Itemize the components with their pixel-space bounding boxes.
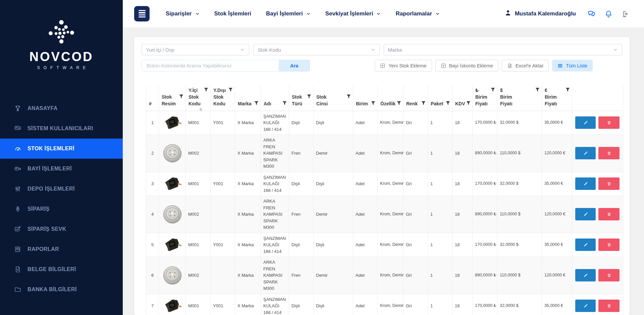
cell-actions [572, 172, 623, 196]
notifications-button[interactable] [604, 10, 613, 18]
nav-item-stok-islemleri[interactable]: Stok İşlemleri [214, 10, 252, 17]
cell-num: 1 [146, 111, 159, 135]
nav-item-sevkiyat-islemleri[interactable]: Sevkiyat İşlemleri [325, 10, 381, 17]
search-input[interactable] [142, 60, 279, 71]
trash-icon [607, 273, 611, 278]
cell-actions [572, 257, 623, 294]
user-menu[interactable]: Mustafa Kalemdaroğlu [504, 9, 576, 18]
novcod-logo-icon [47, 19, 75, 48]
nav-item-raporlamalar[interactable]: Raporlamalar [395, 10, 440, 17]
hamburger-menu-button[interactable] [134, 6, 150, 21]
select-yurt-ici-disi[interactable]: Yurt İçi / Dışı [142, 44, 249, 55]
sidebar-item-depo-islemleri[interactable]: DEPO İŞLEMLERİ [0, 179, 123, 199]
pencil-icon [583, 212, 588, 217]
cell-num: 2 [146, 135, 159, 172]
sidebar-item-banka-bilgileri[interactable]: BANKA BİLGİLERİ [0, 279, 123, 300]
funnel-icon[interactable] [282, 101, 287, 105]
chart-up-icon [14, 225, 21, 233]
funnel-icon[interactable] [179, 94, 183, 99]
cell-price_try: 170,0000 ₺ [473, 172, 497, 196]
delete-button[interactable] [598, 239, 620, 251]
delete-button[interactable] [598, 208, 620, 220]
cell-unit: Adet [353, 196, 378, 233]
chevron-down-icon [195, 12, 200, 16]
action-button-excel-e-aktar[interactable]: Excel'e Aktar [502, 60, 549, 71]
cell-price_try: 890,0000 ₺ [473, 135, 497, 172]
cell-foreign_code [211, 257, 235, 294]
delete-button[interactable] [598, 147, 620, 159]
cell-unit: Adet [353, 111, 378, 135]
cell-color: Gri [404, 135, 428, 172]
sidebar-item-siparis[interactable]: SİPARİŞ [0, 199, 123, 219]
action-button-yeni-stok-ekleme[interactable]: Yeni Stok Ekleme [375, 60, 432, 71]
select-stok-kodu[interactable]: Stok Kodu [253, 44, 379, 55]
sidebar-item-stok-islemleri[interactable]: STOK İŞLEMLERİ [0, 139, 123, 159]
main-area: SiparişlerStok İşlemleriBayi İşlemleriSe… [123, 0, 644, 315]
sidebar-item-belge-bilgileri[interactable]: BELGE BİLGİLERİ [0, 259, 123, 279]
edit-button[interactable] [575, 269, 596, 281]
funnel-icon[interactable] [371, 101, 375, 105]
funnel-icon[interactable] [566, 88, 570, 92]
cell-brand: X Marka [235, 135, 261, 172]
cell-brand: X Marka [235, 294, 261, 315]
delete-button[interactable] [598, 269, 620, 281]
edit-button[interactable] [575, 177, 596, 190]
excel-icon [507, 63, 513, 68]
cell-stock_type: Dişli [289, 111, 314, 135]
cell-name: ŞANZIMAN KULAĞI 168 / 414 [261, 172, 289, 196]
cell-price_try: 170,0000 ₺ [473, 294, 497, 315]
edit-button[interactable] [575, 239, 596, 251]
sidebar-item-raporlar[interactable]: RAPORLAR [0, 239, 123, 259]
cell-actions [572, 196, 623, 233]
delete-button[interactable] [598, 116, 620, 129]
edit-button[interactable] [575, 300, 596, 312]
column-label: Renk [406, 100, 418, 107]
cell-image [159, 294, 186, 315]
funnel-icon[interactable] [228, 88, 233, 92]
cell-foreign_code [211, 196, 235, 233]
cell-feature: Krom, Demir [378, 111, 404, 135]
funnel-icon[interactable] [254, 101, 259, 105]
sidebar-item-siparis-sevk[interactable]: SİPARİŞ SEVK [0, 219, 123, 239]
delete-button[interactable] [598, 177, 620, 190]
nav-item-bayi-islemleri[interactable]: Bayi İşlemleri [266, 10, 311, 17]
brand-logo: NOVCOD SOFTWARE [0, 0, 123, 70]
funnel-icon[interactable] [204, 88, 208, 92]
funnel-icon[interactable] [466, 101, 471, 105]
topbar: SiparişlerStok İşlemleriBayi İşlemleriSe… [123, 0, 644, 28]
system-users-icon [14, 125, 21, 132]
funnel-icon[interactable] [397, 101, 401, 105]
delete-button[interactable] [598, 300, 620, 312]
edit-button[interactable] [575, 116, 596, 129]
sidebar-item-bayi-islemleri[interactable]: BAYİ İŞLEMLERİ [0, 159, 123, 179]
nav-item-siparisler[interactable]: Siparişler [166, 10, 200, 17]
bell-icon [604, 10, 613, 18]
folder-icon [14, 286, 21, 293]
edit-button[interactable] [575, 208, 596, 220]
funnel-icon[interactable] [491, 88, 495, 92]
logout-button[interactable] [622, 10, 630, 18]
column-header-num: # [146, 86, 159, 111]
product-engine-mount-image [162, 297, 183, 315]
search-box: Ara [142, 60, 310, 71]
select-marka[interactable]: Marka [384, 44, 622, 55]
funnel-icon[interactable] [346, 94, 351, 99]
cell-price_usd: 32,0000 $ [497, 233, 542, 257]
action-button-bayi-iskonto-ekleme[interactable]: Bayi İskonto Ekleme [435, 60, 498, 71]
sliders-icon [14, 185, 21, 193]
nav-item-label: Raporlamalar [395, 10, 432, 17]
cell-domestic_code: M002 [186, 135, 211, 172]
sidebar-item-anasayfa[interactable]: ANASAYFA [0, 98, 123, 118]
funnel-icon[interactable] [421, 101, 426, 105]
funnel-icon[interactable] [535, 88, 540, 92]
funnel-icon[interactable] [307, 94, 311, 99]
sidebar-item-sistem-kullanicilari[interactable]: SİSTEM KULLANICILARI [0, 118, 123, 139]
list-icon [557, 63, 563, 68]
funnel-icon[interactable] [446, 101, 450, 105]
edit-button[interactable] [575, 147, 596, 159]
column-header-stock_type: Stok Türü [289, 86, 314, 111]
column-header-actions [572, 86, 623, 111]
action-button-tum-liste[interactable]: Tüm Liste [552, 60, 593, 71]
chat-button[interactable] [587, 10, 596, 18]
search-button[interactable]: Ara [279, 60, 310, 71]
